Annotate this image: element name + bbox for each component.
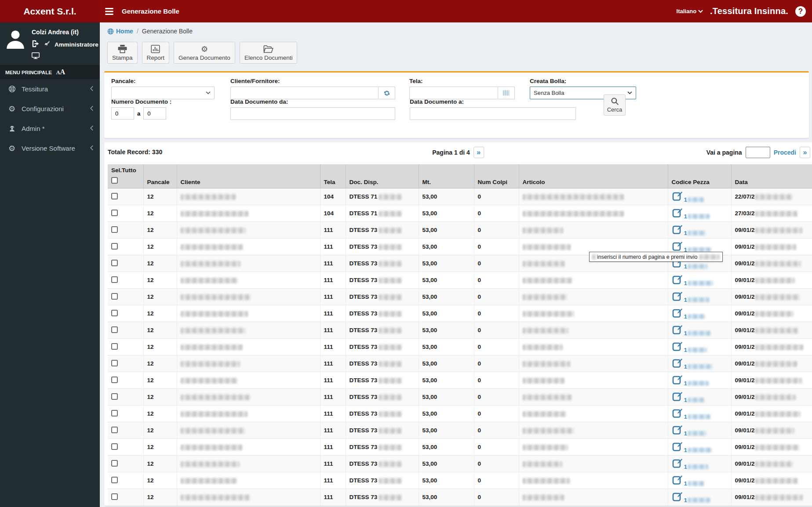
- font-resize-control[interactable]: AA: [56, 68, 65, 76]
- edit-button[interactable]: [672, 407, 683, 420]
- codice-pezza-link[interactable]: 1: [684, 464, 709, 470]
- elenco-documenti-button[interactable]: Elenco Documenti: [240, 42, 298, 64]
- edit-button[interactable]: [672, 290, 683, 303]
- proceed-button[interactable]: »: [800, 147, 810, 158]
- edit-button[interactable]: [672, 374, 683, 387]
- edit-button[interactable]: [672, 224, 683, 236]
- cliente-fornitore-input[interactable]: [230, 87, 379, 99]
- sidebar-item-versione-software[interactable]: ⚙ Versione Software: [0, 138, 100, 158]
- table-row: 12111DTESS 73 53,000109/01/2: [108, 339, 812, 355]
- monitor-button[interactable]: [32, 52, 98, 61]
- row-checkbox[interactable]: [111, 210, 118, 216]
- cell-tela: 111: [320, 422, 346, 439]
- codice-pezza-link[interactable]: 1: [684, 397, 705, 403]
- codice-pezza-link[interactable]: 1: [684, 313, 706, 320]
- row-checkbox[interactable]: [111, 443, 118, 450]
- cerca-button[interactable]: Cerca: [604, 94, 626, 116]
- row-checkbox[interactable]: [111, 460, 118, 467]
- edit-button[interactable]: [672, 307, 683, 320]
- edit-button[interactable]: [672, 357, 683, 370]
- edit-button[interactable]: [672, 274, 683, 286]
- codice-pezza-link[interactable]: 1: [684, 330, 711, 337]
- proceed-link[interactable]: Procedi: [774, 149, 796, 156]
- genera-documento-button[interactable]: ⚙ Genera Documento: [174, 42, 235, 64]
- codice-pezza-link[interactable]: 1: [684, 380, 709, 387]
- edit-button[interactable]: [672, 474, 683, 487]
- sidebar-item-label: Admin *: [22, 125, 84, 132]
- codice-pezza-link[interactable]: 1: [684, 430, 707, 437]
- edit-button[interactable]: [672, 391, 683, 403]
- row-checkbox[interactable]: [111, 493, 118, 500]
- row-checkbox[interactable]: [111, 360, 118, 366]
- goto-page-input[interactable]: [746, 147, 770, 158]
- codice-pezza-link[interactable]: 1: [684, 280, 714, 286]
- edit-button[interactable]: [672, 441, 683, 453]
- codice-pezza-link[interactable]: 1: [684, 347, 707, 353]
- edit-button[interactable]: [672, 457, 683, 470]
- row-checkbox[interactable]: [111, 276, 118, 283]
- cell-cliente: [177, 322, 320, 339]
- sidebar-item-tessitura[interactable]: Tessitura: [0, 79, 100, 99]
- logout-button[interactable]: [32, 40, 40, 49]
- row-checkbox[interactable]: [111, 410, 118, 416]
- codice-pezza-link[interactable]: 1: [684, 413, 711, 420]
- refresh-button[interactable]: [379, 87, 395, 99]
- chevron-down-icon: [206, 91, 211, 94]
- row-checkbox[interactable]: [111, 427, 118, 433]
- life-ring-icon: [7, 85, 16, 93]
- cell-select: [108, 255, 143, 272]
- cell-select: [108, 422, 143, 439]
- sidebar-item-configurazioni[interactable]: ⚙ Configurazioni: [0, 99, 100, 119]
- edit-button[interactable]: [672, 207, 683, 220]
- codice-pezza-link[interactable]: 1: [684, 480, 705, 487]
- cell-articolo: [519, 389, 668, 406]
- row-checkbox[interactable]: [111, 343, 118, 350]
- codice-pezza-link[interactable]: 1: [684, 363, 713, 370]
- numero-da-input[interactable]: [111, 107, 134, 120]
- row-checkbox[interactable]: [111, 293, 118, 300]
- sidebar-item-admin[interactable]: Admin *: [0, 119, 100, 138]
- next-page-button[interactable]: »: [473, 147, 484, 158]
- edit-button[interactable]: [672, 324, 683, 337]
- codice-pezza-link[interactable]: 1: [684, 497, 710, 503]
- row-checkbox[interactable]: [111, 260, 118, 266]
- help-button[interactable]: ?: [795, 6, 806, 17]
- codice-pezza-link[interactable]: 1: [684, 196, 704, 203]
- cell-num-colpi: 0: [474, 188, 519, 205]
- breadcrumb-home-link[interactable]: Home: [107, 28, 133, 35]
- select-all-checkbox[interactable]: [111, 177, 118, 184]
- data-da-input[interactable]: [230, 107, 395, 120]
- row-checkbox[interactable]: [111, 243, 118, 250]
- sidebar-toggle-button[interactable]: [100, 0, 118, 22]
- data-a-input[interactable]: [410, 107, 576, 120]
- cell-cliente: [177, 406, 320, 422]
- edit-button[interactable]: [672, 424, 683, 437]
- stampa-button[interactable]: Stampa: [107, 42, 138, 64]
- row-checkbox[interactable]: [111, 393, 118, 400]
- row-checkbox[interactable]: [111, 377, 118, 383]
- row-checkbox[interactable]: [111, 477, 118, 483]
- language-selector[interactable]: Italiano: [677, 8, 703, 14]
- row-checkbox[interactable]: [111, 326, 118, 333]
- row-checkbox[interactable]: [111, 226, 118, 233]
- codice-pezza-link[interactable]: 1: [684, 230, 706, 236]
- pancale-select[interactable]: [111, 87, 215, 99]
- tela-input[interactable]: [409, 87, 498, 99]
- edit-icon: [672, 190, 683, 202]
- cell-articolo: [519, 456, 668, 472]
- codice-pezza-link[interactable]: 1: [684, 263, 708, 270]
- cell-data: 09/01/2: [731, 355, 812, 372]
- codice-pezza-link[interactable]: 1: [684, 297, 710, 303]
- cell-pancale: 12: [143, 472, 177, 489]
- codice-pezza-link[interactable]: 1: [684, 213, 710, 220]
- edit-button[interactable]: [672, 190, 683, 203]
- codice-pezza-link[interactable]: 1: [684, 447, 713, 453]
- edit-button[interactable]: [672, 340, 683, 353]
- edit-button[interactable]: [672, 240, 683, 253]
- barcode-button[interactable]: [498, 87, 515, 99]
- numero-a-input[interactable]: [143, 107, 166, 120]
- edit-button[interactable]: [672, 491, 683, 503]
- report-button[interactable]: Report: [142, 42, 170, 64]
- row-checkbox[interactable]: [111, 310, 118, 316]
- row-checkbox[interactable]: [111, 193, 118, 199]
